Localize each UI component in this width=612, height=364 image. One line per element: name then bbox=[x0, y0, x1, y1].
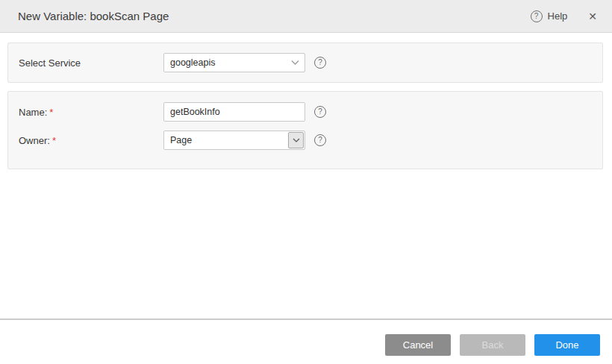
required-asterisk: * bbox=[52, 135, 56, 146]
owner-select-value: Page bbox=[170, 135, 192, 145]
page-title: New Variable: bookScan Page bbox=[18, 10, 169, 22]
service-row: Select Service googleapis ? bbox=[8, 53, 602, 72]
name-input[interactable] bbox=[163, 102, 305, 122]
select-service-label: Select Service bbox=[8, 57, 163, 69]
required-asterisk: * bbox=[49, 107, 53, 118]
details-panel: Name:* ? Owner:* Page ? bbox=[7, 91, 603, 169]
help-question-icon: ? bbox=[531, 10, 543, 22]
dialog-footer: Cancel Back Done bbox=[0, 320, 612, 364]
owner-select-arrow-button[interactable] bbox=[288, 132, 304, 148]
name-row: Name:* ? bbox=[8, 102, 602, 122]
header-actions: ? Help ✕ bbox=[531, 10, 597, 22]
owner-help-icon[interactable]: ? bbox=[314, 134, 326, 146]
help-button[interactable]: ? Help bbox=[531, 10, 568, 22]
help-label: Help bbox=[548, 10, 568, 22]
service-dropdown-value: googleapis bbox=[170, 57, 215, 68]
cancel-button[interactable]: Cancel bbox=[385, 334, 451, 356]
service-help-icon[interactable]: ? bbox=[314, 57, 326, 69]
chevron-down-icon bbox=[291, 60, 299, 66]
name-help-icon[interactable]: ? bbox=[314, 106, 326, 118]
service-dropdown[interactable]: googleapis bbox=[163, 53, 305, 72]
back-button[interactable]: Back bbox=[460, 334, 525, 356]
close-icon[interactable]: ✕ bbox=[588, 10, 597, 22]
service-panel: Select Service googleapis ? bbox=[7, 43, 603, 83]
owner-row: Owner:* Page ? bbox=[8, 131, 602, 150]
done-button[interactable]: Done bbox=[534, 334, 600, 356]
owner-label: Owner:* bbox=[8, 135, 163, 146]
dialog-header: New Variable: bookScan Page ? Help ✕ bbox=[0, 0, 612, 33]
owner-select[interactable]: Page bbox=[163, 131, 305, 150]
name-label: Name:* bbox=[8, 107, 163, 118]
